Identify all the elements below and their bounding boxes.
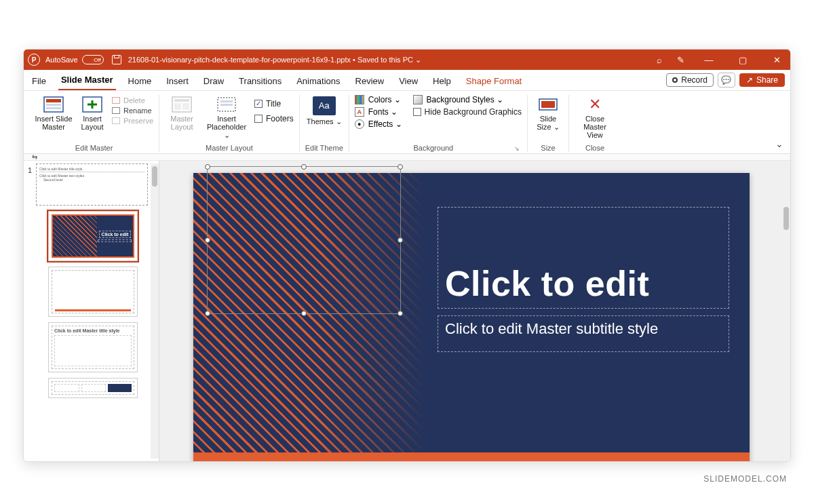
tab-review[interactable]: Review [353, 73, 387, 90]
resize-handle[interactable] [301, 311, 307, 316]
group-background: Colors ⌄ AFonts ⌄ ●Effects ⌄ Background … [349, 95, 528, 152]
group-edit-theme: Aa Themes ⌄ Edit Theme [300, 95, 349, 152]
resize-handle[interactable] [398, 311, 403, 316]
insert-placeholder-button[interactable]: Insert Placeholder ⌄ [203, 95, 250, 139]
tab-transitions[interactable]: Transitions [236, 73, 284, 90]
svg-rect-2 [46, 104, 61, 106]
autosave-toggle[interactable]: AutoSave Off [45, 55, 104, 64]
maximize-button[interactable]: ▢ [733, 55, 752, 65]
tab-view[interactable]: View [396, 73, 421, 90]
footers-checkbox[interactable]: Footers [254, 114, 294, 123]
background-styles-icon [413, 95, 423, 104]
group-close: ✕ Close Master View Close [569, 95, 621, 152]
svg-rect-12 [220, 100, 233, 102]
themes-icon: Aa [313, 96, 336, 115]
svg-rect-1 [46, 99, 61, 102]
resize-handle[interactable] [398, 237, 403, 243]
record-button[interactable]: Record [666, 73, 714, 87]
colors-icon [355, 95, 364, 104]
thumbnail-scrollbar[interactable] [151, 163, 159, 459]
workspace: 1 Click to edit Master title style Click… [24, 161, 790, 461]
account-icon[interactable]: ✎ [677, 55, 684, 65]
slide-size-button[interactable]: Slide Size ⌄ [533, 95, 563, 131]
group-master-layout: Master Layout Insert Placeholder ⌄ ✓Titl… [159, 95, 300, 152]
close-master-view-button[interactable]: ✕ Close Master View [575, 95, 615, 139]
effects-icon: ● [355, 119, 364, 129]
title-bar: P AutoSave Off 21608-01-visionary-pitch-… [24, 50, 790, 70]
qat-customize-icon[interactable]: ⇆ [32, 153, 37, 161]
comments-button[interactable]: 💬 [718, 73, 735, 88]
insert-layout-icon [82, 96, 102, 113]
group-edit-master: Insert Slide Master Insert Layout Delete… [29, 95, 159, 152]
slide-size-icon [538, 96, 558, 113]
resize-handle[interactable] [398, 164, 403, 170]
ribbon-tabs: File Slide Master Home Insert Draw Trans… [24, 70, 790, 90]
background-styles-button[interactable]: Background Styles ⌄ [413, 95, 522, 104]
svg-rect-15 [541, 101, 555, 108]
save-icon[interactable] [112, 55, 121, 64]
resize-handle[interactable] [205, 311, 210, 316]
thumbnail-panel: 1 Click to edit Master title style Click… [24, 161, 159, 461]
svg-rect-13 [220, 104, 233, 106]
colors-button[interactable]: Colors ⌄ [355, 95, 402, 104]
preserve-icon [112, 117, 120, 124]
svg-rect-3 [46, 107, 61, 109]
delete-button: Delete [112, 96, 153, 104]
collapse-ribbon-icon[interactable]: ⌄ [775, 138, 783, 149]
svg-rect-8 [174, 99, 189, 102]
tab-draw[interactable]: Draw [201, 73, 227, 90]
hide-background-checkbox[interactable]: Hide Background Graphics [413, 107, 522, 117]
fonts-button[interactable]: AFonts ⌄ [355, 107, 402, 117]
insert-slide-master-button[interactable]: Insert Slide Master [35, 95, 73, 131]
canvas-wrap: Click to edit Click to edit Master subti… [159, 161, 790, 461]
selection-frame[interactable] [207, 166, 401, 314]
subtitle-placeholder[interactable]: Click to edit Master subtitle style [438, 315, 729, 352]
master-layout-button: Master Layout [165, 95, 199, 131]
themes-button[interactable]: Aa Themes ⌄ [305, 95, 343, 125]
effects-button[interactable]: ●Effects ⌄ [355, 119, 402, 129]
insert-slide-master-icon [43, 96, 64, 113]
close-icon: ✕ [589, 96, 601, 113]
autosave-label: AutoSave [45, 56, 78, 64]
slide-canvas-area[interactable]: Click to edit Click to edit Master subti… [159, 161, 782, 461]
background-dialog-launcher[interactable]: ↘ [512, 145, 522, 152]
resize-handle[interactable] [301, 164, 307, 170]
master-thumbnail[interactable]: Click to edit Master title style Click t… [36, 163, 148, 206]
layout-thumbnail-4[interactable] [48, 378, 138, 398]
title-checkbox[interactable]: ✓Title [254, 99, 294, 109]
group-label: Edit Master [75, 141, 113, 152]
tab-home[interactable]: Home [125, 73, 155, 90]
share-button[interactable]: ↗Share [739, 73, 785, 87]
powerpoint-app-icon: P [28, 54, 40, 66]
fonts-icon: A [355, 107, 364, 117]
title-placeholder[interactable]: Click to edit [438, 207, 729, 309]
tab-insert[interactable]: Insert [163, 73, 191, 90]
qat-bar: ⇆ [24, 154, 790, 161]
search-icon[interactable]: ⌕ [657, 55, 662, 65]
layout-thumbnail-1[interactable]: Click to edit [48, 211, 138, 261]
tab-animations[interactable]: Animations [294, 73, 343, 90]
slide-accent-bar [193, 452, 750, 461]
tab-slide-master[interactable]: Slide Master [58, 72, 116, 90]
document-title[interactable]: 21608-01-visionary-pitch-deck-template-f… [128, 56, 421, 64]
insert-layout-button[interactable]: Insert Layout [77, 95, 108, 131]
rename-button[interactable]: Rename [112, 106, 153, 115]
ribbon: Insert Slide Master Insert Layout Delete… [24, 90, 790, 154]
tab-shape-format[interactable]: Shape Format [463, 73, 524, 90]
share-icon: ↗ [746, 75, 753, 85]
watermark: SLIDEMODEL.COM [703, 474, 787, 484]
tab-help[interactable]: Help [430, 73, 454, 90]
delete-icon [112, 97, 120, 104]
tab-file[interactable]: File [29, 73, 49, 90]
svg-rect-9 [174, 103, 181, 110]
minimize-button[interactable]: — [699, 55, 718, 65]
layout-thumbnail-2[interactable] [48, 267, 138, 317]
resize-handle[interactable] [205, 237, 210, 243]
preserve-button: Preserve [112, 117, 153, 125]
resize-handle[interactable] [205, 164, 210, 170]
canvas-scrollbar[interactable] [782, 161, 790, 461]
svg-rect-10 [182, 103, 189, 110]
layout-thumbnail-3[interactable]: Click to edit Master title style [48, 322, 138, 372]
powerpoint-window: P AutoSave Off 21608-01-visionary-pitch-… [23, 49, 791, 462]
close-window-button[interactable]: ✕ [767, 55, 786, 65]
